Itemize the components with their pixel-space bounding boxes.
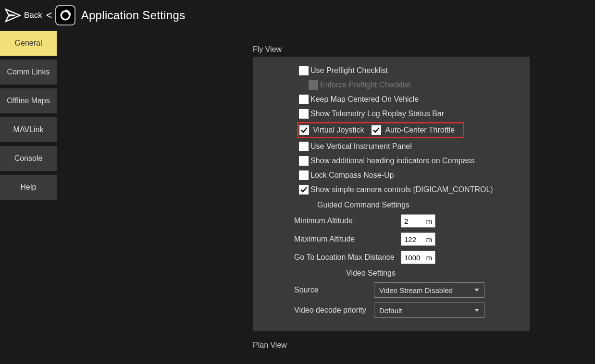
guided-header: Guided Command Settings	[317, 201, 523, 209]
label-center-map: Keep Map Centered On Vehicle	[310, 95, 419, 104]
label-goto-max: Go To Location Max Distance	[294, 253, 401, 262]
checkbox-heading-indicators[interactable]	[299, 156, 309, 166]
back-caret-icon: <	[46, 9, 52, 22]
input-max-altitude[interactable]: 122 m	[401, 232, 435, 246]
label-lock-compass: Lock Compass Nose-Up	[310, 171, 394, 180]
label-min-altitude: Minimum Altitude	[294, 217, 401, 225]
chevron-down-icon	[474, 289, 479, 291]
label-video-decode: Video decode priority	[294, 306, 374, 315]
label-preflight: Use Preflight Checklist	[310, 66, 388, 75]
checkbox-simple-camera[interactable]	[299, 185, 309, 194]
checkbox-enforce-preflight	[309, 80, 318, 90]
select-video-source[interactable]: Video Stream Disabled	[374, 282, 484, 298]
sidebar: General Comm Links Offline Maps MAVLink …	[0, 31, 57, 364]
sidebar-item-offline-maps[interactable]: Offline Maps	[0, 88, 57, 113]
sidebar-item-mavlink[interactable]: MAVLink	[0, 117, 57, 142]
select-video-decode[interactable]: Default	[374, 303, 484, 318]
label-vertical-instrument: Use Vertical Instrument Panel	[310, 142, 412, 151]
paper-plane-icon[interactable]	[3, 6, 22, 25]
label-video-source: Source	[294, 286, 374, 294]
input-goto-max[interactable]: 1000 m	[401, 251, 435, 264]
checkbox-lock-compass[interactable]	[299, 170, 309, 180]
chevron-down-icon	[474, 309, 479, 312]
back-link[interactable]: Back	[24, 11, 42, 20]
sidebar-item-comm-links[interactable]: Comm Links	[0, 60, 57, 85]
checkbox-auto-center-throttle[interactable]	[372, 125, 381, 135]
checkbox-center-map[interactable]	[299, 95, 309, 104]
label-simple-camera: Show simple camera controls (DIGICAM_CON…	[310, 185, 493, 194]
content-area: Fly View Use Preflight Checklist Enforce…	[57, 31, 595, 364]
svg-point-1	[62, 12, 69, 19]
checkbox-telemetry-bar[interactable]	[299, 109, 309, 119]
label-max-altitude: Maximum Altitude	[294, 235, 401, 243]
checkbox-preflight[interactable]	[299, 66, 309, 75]
label-enforce-preflight: Enforce Preflight Checklist	[320, 81, 410, 89]
label-auto-center-throttle: Auto-Center Throttle	[385, 126, 455, 134]
top-bar: Back < Application Settings	[0, 0, 595, 31]
checkbox-virtual-joystick[interactable]	[299, 125, 309, 135]
video-header: Video Settings	[346, 269, 523, 278]
input-min-altitude[interactable]: 2 m	[401, 214, 435, 228]
planview-header: Plan View	[253, 341, 595, 350]
page-title: Application Settings	[81, 9, 186, 22]
qgc-logo-icon[interactable]	[55, 5, 75, 25]
virtual-joystick-highlight: Virtual Joystick Auto-Center Throttle	[297, 122, 464, 138]
flyview-header: Fly View	[253, 45, 595, 54]
sidebar-item-help[interactable]: Help	[0, 175, 57, 200]
flyview-panel: Use Preflight Checklist Enforce Prefligh…	[253, 57, 530, 331]
label-heading-indicators: Show additional heading indicators on Co…	[310, 157, 475, 165]
sidebar-item-console[interactable]: Console	[0, 146, 57, 171]
sidebar-item-general[interactable]: General	[0, 31, 57, 56]
label-virtual-joystick: Virtual Joystick	[313, 126, 364, 134]
checkbox-vertical-instrument[interactable]	[299, 142, 309, 151]
label-telemetry-bar: Show Telemetry Log Replay Status Bar	[310, 109, 444, 118]
